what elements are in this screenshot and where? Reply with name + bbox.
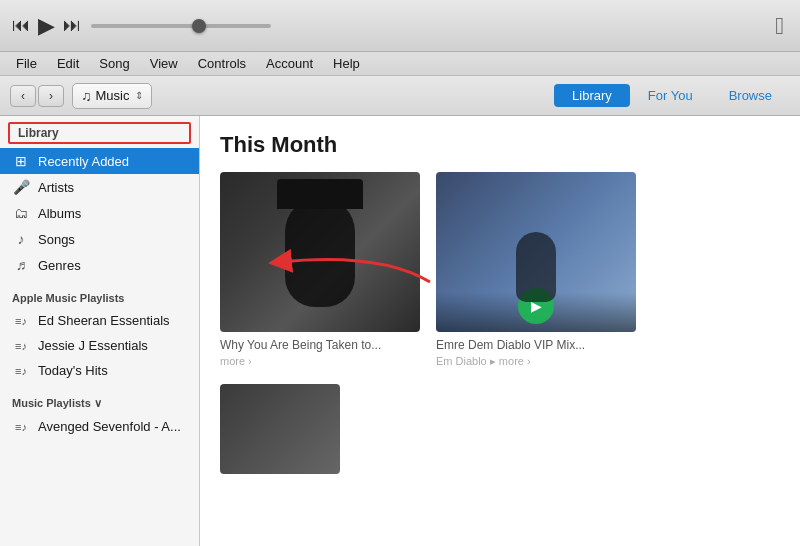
sidebar-item-recently-added[interactable]: ⊞ Recently Added: [0, 148, 199, 174]
card-artist-2[interactable]: ▶ Emre Dem Diablo VIP Mix... Em Diablo ▸…: [436, 172, 636, 368]
recently-added-icon: ⊞: [12, 153, 30, 169]
titlebar: ⏮ ▶ ⏭ : [0, 0, 800, 52]
sidebar-item-genres[interactable]: ♬ Genres: [0, 252, 199, 278]
playlist-icon-ed-sheeran: ≡♪: [12, 315, 30, 327]
progress-area: [91, 24, 271, 28]
genres-icon: ♬: [12, 257, 30, 273]
recently-added-label: Recently Added: [38, 154, 129, 169]
playlist-icon-todays-hits: ≡♪: [12, 365, 30, 377]
menu-account[interactable]: Account: [258, 54, 321, 73]
playback-controls: ⏮ ▶ ⏭: [12, 13, 81, 39]
card-artist-1[interactable]: Why You Are Being Taken to... more ›: [220, 172, 420, 368]
songs-icon: ♪: [12, 231, 30, 247]
card-small-1[interactable]: [220, 384, 340, 474]
back-button[interactable]: ‹: [10, 85, 36, 107]
menu-help[interactable]: Help: [325, 54, 368, 73]
card-image-artist-2: ▶: [436, 172, 636, 332]
menu-view[interactable]: View: [142, 54, 186, 73]
progress-thumb: [192, 19, 206, 33]
sidebar-item-songs[interactable]: ♪ Songs: [0, 226, 199, 252]
music-selector-label: Music: [96, 88, 130, 103]
albums-icon: 🗂: [12, 205, 30, 221]
artists-icon: 🎤: [12, 179, 30, 195]
music-note-icon: ♫: [81, 88, 92, 104]
menu-controls[interactable]: Controls: [190, 54, 254, 73]
forward-button[interactable]: ›: [38, 85, 64, 107]
apple-logo-icon: : [775, 12, 784, 40]
apple-music-playlists-header: Apple Music Playlists: [0, 284, 199, 308]
content-title: This Month: [220, 132, 780, 158]
card-caption-2: Emre Dem Diablo VIP Mix... Em Diablo ▸ m…: [436, 338, 636, 368]
music-playlists-header[interactable]: Music Playlists ∨: [0, 389, 199, 414]
sidebar-library-header: Library: [8, 122, 191, 144]
play-button[interactable]: ▶: [38, 13, 55, 39]
music-selector[interactable]: ♫ Music ⇕: [72, 83, 152, 109]
sidebar-item-avenged[interactable]: ≡♪ Avenged Sevenfold - A...: [0, 414, 199, 439]
songs-label: Songs: [38, 232, 75, 247]
fast-forward-button[interactable]: ⏭: [63, 15, 81, 36]
menu-edit[interactable]: Edit: [49, 54, 87, 73]
card-small-image-1: [220, 384, 340, 474]
progress-track[interactable]: [91, 24, 271, 28]
card-title-1: Why You Are Being Taken to...: [220, 338, 420, 354]
todays-hits-label: Today's Hits: [38, 363, 108, 378]
tab-group: Library For You Browse: [554, 84, 790, 107]
card-image-artist-1: [220, 172, 420, 332]
ed-sheeran-label: Ed Sheeran Essentials: [38, 313, 170, 328]
jessie-j-label: Jessie J Essentials: [38, 338, 148, 353]
chevron-down-icon: ⇕: [135, 90, 143, 101]
menu-file[interactable]: File: [8, 54, 45, 73]
artists-label: Artists: [38, 180, 74, 195]
avenged-label: Avenged Sevenfold - A...: [38, 419, 181, 434]
main-layout: Library ⊞ Recently Added 🎤 Artists 🗂 Alb…: [0, 116, 800, 546]
content-area: This Month Why You Are Being Taken to...…: [200, 116, 800, 546]
card-sub-2: Em Diablo ▸ more ›: [436, 354, 636, 368]
genres-label: Genres: [38, 258, 81, 273]
playlist-icon-avenged: ≡♪: [12, 421, 30, 433]
sidebar-item-jessie-j[interactable]: ≡♪ Jessie J Essentials: [0, 333, 199, 358]
navbar: ‹ › ♫ Music ⇕ Library For You Browse: [0, 76, 800, 116]
sidebar: Library ⊞ Recently Added 🎤 Artists 🗂 Alb…: [0, 116, 200, 546]
sidebar-item-ed-sheeran[interactable]: ≡♪ Ed Sheeran Essentials: [0, 308, 199, 333]
tab-browse[interactable]: Browse: [711, 84, 790, 107]
sidebar-item-albums[interactable]: 🗂 Albums: [0, 200, 199, 226]
nav-arrows: ‹ ›: [10, 85, 64, 107]
menu-song[interactable]: Song: [91, 54, 137, 73]
sidebar-item-todays-hits[interactable]: ≡♪ Today's Hits: [0, 358, 199, 383]
cards-row: Why You Are Being Taken to... more › ▶ E…: [220, 172, 780, 368]
card-title-2: Emre Dem Diablo VIP Mix...: [436, 338, 636, 354]
albums-label: Albums: [38, 206, 81, 221]
sidebar-item-artists[interactable]: 🎤 Artists: [0, 174, 199, 200]
card-row-2: [220, 384, 780, 474]
rewind-button[interactable]: ⏮: [12, 15, 30, 36]
playlist-icon-jessie-j: ≡♪: [12, 340, 30, 352]
card-caption-1: Why You Are Being Taken to... more ›: [220, 338, 420, 368]
card-sub-1: more ›: [220, 354, 420, 368]
tab-library[interactable]: Library: [554, 84, 630, 107]
tab-for-you[interactable]: For You: [630, 84, 711, 107]
menubar: File Edit Song View Controls Account Hel…: [0, 52, 800, 76]
